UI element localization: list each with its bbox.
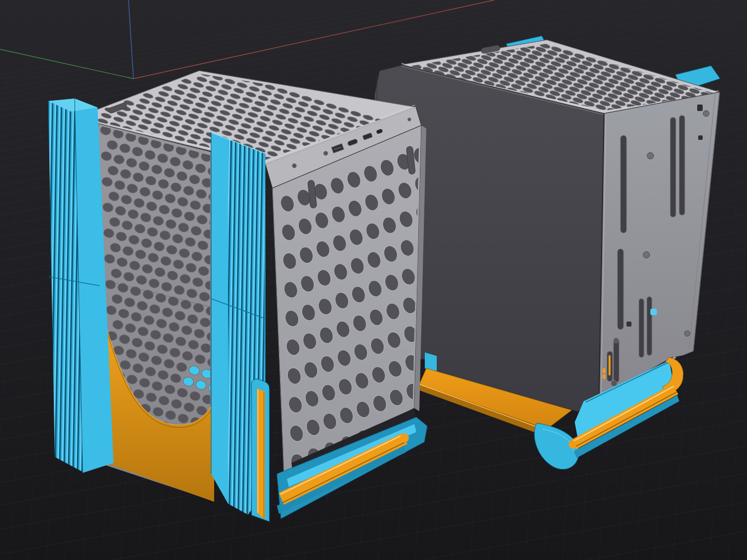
screw-icon <box>703 111 709 116</box>
screw-icon <box>324 151 328 156</box>
pci-slot <box>647 297 652 355</box>
pci-slot <box>670 117 676 217</box>
rear-vent-slot <box>618 249 623 330</box>
power-accent <box>609 355 611 375</box>
screw-icon <box>643 252 650 258</box>
rear-vent-slot <box>621 135 626 233</box>
3d-viewport[interactable] <box>0 0 747 560</box>
pci-slot <box>639 299 644 357</box>
jack-hole <box>611 380 617 386</box>
cad-viewport-stage[interactable] <box>0 0 747 560</box>
rear-port-cutout <box>698 135 703 140</box>
pillar-face <box>211 132 228 504</box>
jack-hole <box>614 338 619 343</box>
pci-slot <box>679 115 685 215</box>
screw-icon <box>408 118 411 121</box>
orange-connector <box>603 368 606 373</box>
screw-icon <box>647 153 654 159</box>
orange-connector <box>603 374 606 379</box>
base-rail-cap <box>400 434 409 443</box>
rear-vent-slot <box>614 338 619 382</box>
front-foot-post[interactable] <box>251 379 269 522</box>
screw-icon <box>685 331 690 336</box>
left-case-model[interactable] <box>48 69 439 522</box>
rear-port-cutout <box>626 322 631 327</box>
dock-rail-cap <box>569 441 577 448</box>
screw-icon <box>292 164 297 168</box>
cyan-clip-peek <box>650 309 657 315</box>
rear-port-cutout <box>697 105 703 111</box>
